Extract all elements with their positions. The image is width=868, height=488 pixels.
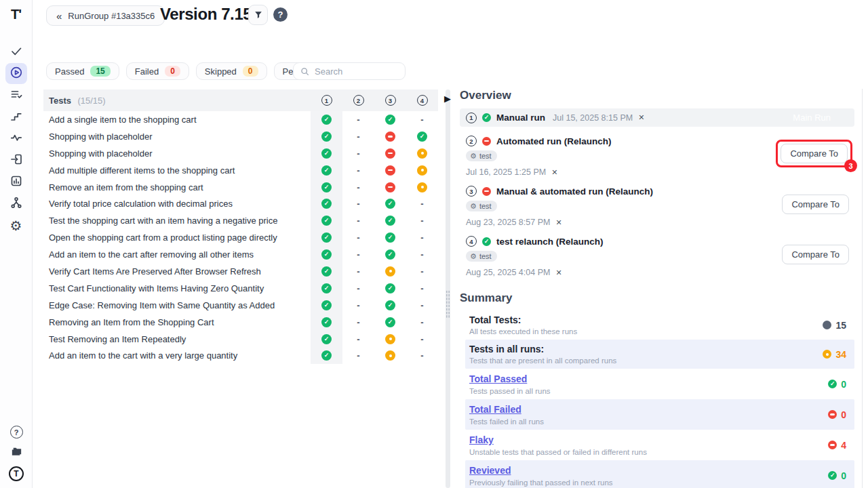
tests-count: (15/15) — [77, 96, 105, 106]
summary-value: 15 — [823, 320, 846, 331]
sidebar-item-gear[interactable]: ⚙ — [5, 215, 27, 236]
test-status-cell: ✓ — [374, 280, 406, 297]
run-tag: ⚙test — [466, 201, 497, 211]
divider-drag-handle[interactable] — [446, 290, 450, 319]
table-row[interactable]: Verify Cart Items Are Preserved After Br… — [43, 263, 438, 280]
tests-table-header: Tests (15/15) 1234 — [43, 89, 438, 111]
skipped-status-icon — [417, 148, 427, 159]
skipped-status-icon — [385, 334, 395, 344]
no-status-dash: - — [420, 232, 423, 243]
summary-value: ✓0 — [828, 470, 846, 481]
table-row[interactable]: Remove an item from the shopping cart✓- — [43, 179, 438, 196]
run-number-badge: 4 — [466, 236, 477, 247]
table-row[interactable]: Removing an Item from the Shopping Cart✓… — [43, 314, 438, 331]
sidebar-item-chart-box[interactable] — [5, 171, 27, 192]
test-status-cell: - — [342, 229, 374, 246]
test-status-cell: ✓ — [374, 246, 406, 263]
back-to-rungroup-button[interactable]: « RunGroup #13a335c6 — [46, 5, 165, 26]
passed-status-icon: ✓ — [417, 131, 427, 142]
run-date: Jul 16, 2025 1:25 PM — [466, 167, 546, 177]
table-row[interactable]: Test the shopping cart with an item havi… — [43, 212, 438, 229]
passed-status-icon: ✓ — [321, 115, 332, 125]
panel-scrollbar[interactable] — [862, 89, 863, 488]
run-number-badge: 2 — [466, 136, 477, 146]
table-row[interactable]: Test Cart Functionality with Items Havin… — [43, 280, 438, 297]
main-run-row[interactable]: 1✓Manual runJul 15, 2025 8:15 PM✕Main Ru… — [460, 108, 854, 127]
run-tag-label: test — [479, 202, 492, 210]
panel-divider[interactable] — [446, 89, 450, 488]
app-logo: T' — [11, 7, 21, 22]
table-row[interactable]: Test Removing an Item Repeatedly✓-- — [43, 331, 438, 348]
compare-to-button[interactable]: Compare To — [781, 144, 848, 163]
summary-title: Summary — [460, 291, 854, 305]
logo-circle-icon[interactable]: T — [9, 466, 24, 481]
test-status-cell: ✓ — [406, 128, 438, 145]
test-status-cell — [406, 145, 438, 162]
sidebar-item-branch[interactable] — [5, 193, 27, 214]
summary-row: Tests in all runs:Tests that are present… — [465, 340, 854, 369]
remove-run-icon[interactable]: ✕ — [555, 218, 561, 227]
search-input[interactable] — [315, 66, 389, 77]
filter-button[interactable] — [248, 5, 268, 25]
passed-status-icon: ✓ — [321, 199, 332, 209]
passed-status-icon: ✓ — [321, 182, 332, 192]
passed-status-icon: ✓ — [321, 283, 332, 293]
summary-count: 0 — [841, 379, 846, 390]
enter-box-icon — [9, 152, 23, 169]
table-row[interactable]: Shopping with placeholder✓- — [43, 145, 438, 162]
table-row[interactable]: Shopping with placeholder✓-✓ — [43, 128, 438, 145]
test-status-cell: ✓ — [374, 111, 406, 128]
failed-status-icon — [482, 187, 491, 196]
test-status-cell: - — [406, 331, 438, 348]
test-status-cell: - — [342, 331, 374, 348]
test-status-cell: - — [406, 314, 438, 331]
table-row[interactable]: Verify total price calculation with deci… — [43, 195, 438, 212]
summary-link[interactable]: Flaky — [469, 434, 494, 445]
run-tag: ⚙test — [466, 251, 497, 262]
gear-icon: ⚙ — [470, 253, 477, 260]
sidebar-item-play-circle[interactable] — [5, 63, 27, 84]
filter-tab-passed[interactable]: Passed15 — [46, 62, 119, 80]
run-name: Manual run — [496, 113, 545, 123]
search-box[interactable] — [293, 62, 406, 80]
help-icon[interactable]: ? — [273, 7, 288, 22]
test-status-cell: - — [342, 246, 374, 263]
table-row[interactable]: Add multiple different items to the shop… — [43, 162, 438, 179]
test-status-cell: - — [406, 347, 438, 364]
test-status-cell: - — [406, 212, 438, 229]
folder-icon[interactable] — [10, 445, 23, 460]
summary-link[interactable]: Revieved — [469, 465, 511, 476]
help-circle-icon[interactable]: ? — [10, 426, 23, 439]
run-column-header: 4 — [406, 95, 438, 106]
tests-table: Tests (15/15) 1234 Add a single item to … — [43, 89, 438, 364]
sidebar-item-pulse[interactable] — [5, 128, 27, 149]
table-row[interactable]: Open the shopping cart from a product li… — [43, 229, 438, 246]
sidebar-item-enter-box[interactable] — [5, 150, 27, 171]
run-number-badge: 2 — [353, 95, 364, 106]
filter-tab-failed[interactable]: Failed0 — [126, 62, 189, 80]
table-row[interactable]: Add an item to the cart with a very larg… — [43, 347, 438, 364]
summary-link[interactable]: Total Passed — [469, 373, 527, 384]
compare-to-button[interactable]: Compare To — [782, 245, 849, 264]
no-status-dash: - — [420, 300, 423, 310]
no-status-dash: - — [357, 131, 359, 142]
sidebar-item-stairs[interactable] — [5, 106, 27, 127]
filter-tab-count: 0 — [165, 66, 180, 77]
table-row[interactable]: Add an item to the cart after removing a… — [43, 246, 438, 263]
no-status-dash: - — [357, 199, 359, 209]
failed-status-icon — [828, 441, 837, 449]
sidebar-item-check[interactable] — [5, 41, 27, 62]
filter-tab-skipped[interactable]: Skipped0 — [196, 62, 267, 80]
remove-run-icon[interactable]: ✕ — [551, 168, 557, 177]
sidebar-item-list-check[interactable] — [5, 85, 27, 106]
remove-run-icon[interactable]: ✕ — [555, 268, 561, 277]
gear-icon: ⚙ — [470, 203, 477, 210]
no-status-dash: - — [420, 216, 423, 226]
summary-link[interactable]: Total Failed — [469, 404, 521, 415]
collapse-panel-icon[interactable]: ▶ — [444, 94, 451, 103]
remove-run-icon[interactable]: ✕ — [638, 113, 644, 122]
table-row[interactable]: Edge Case: Removing Item with Same Quant… — [43, 297, 438, 314]
passed-status-icon: ✓ — [385, 300, 395, 310]
table-row[interactable]: Add a single item to the shopping cart✓-… — [43, 111, 438, 128]
compare-to-button[interactable]: Compare To — [782, 195, 849, 214]
